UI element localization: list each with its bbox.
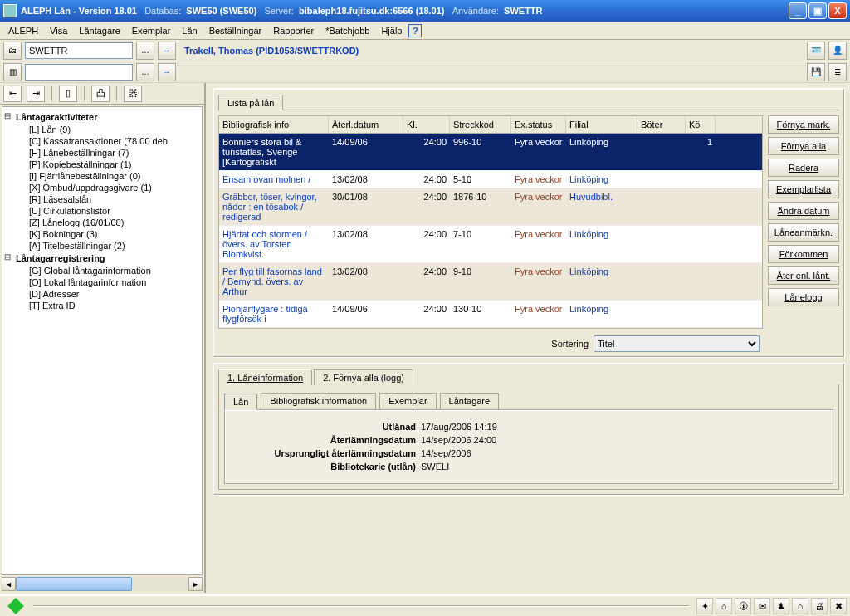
action-button[interactable]: Förnya mark. — [768, 115, 839, 134]
sort-label: Sortering — [551, 339, 589, 349]
tree-registration[interactable]: Låntagarregistrering — [4, 252, 200, 265]
save-icon[interactable]: 💾 — [807, 63, 825, 81]
action-button[interactable]: Radera — [768, 159, 839, 177]
table-row[interactable]: Pionjärflygare : tidiga flygförsök i14/0… — [219, 301, 762, 328]
menu-rapporter[interactable]: Rapporter — [268, 24, 319, 37]
info-tab-lantagare[interactable]: Låntagare — [440, 393, 500, 409]
menu-lantagare[interactable]: Låntagare — [74, 24, 125, 37]
item-icon[interactable]: ▥ — [3, 63, 22, 81]
menu-aleph[interactable]: ALEPH — [3, 24, 43, 37]
status-bar: ✦ ⌂ 🛈 ✉ ♟ ⌂ 🖨 ✖ — [0, 594, 850, 616]
tree-item[interactable]: [Z] Lånelogg (16/01/08) — [4, 217, 200, 228]
tree-item[interactable]: [C] Kassatransaktioner (78.00 deb — [4, 135, 200, 147]
sb-icon-5[interactable]: ♟ — [773, 598, 789, 614]
tool-profile-icon[interactable]: 👤 — [828, 42, 847, 60]
nav-tree[interactable]: Låntagaraktiviteter [L] Lån (9)[C] Kassa… — [2, 106, 203, 575]
sort-select[interactable]: Titel — [594, 335, 760, 352]
action-button[interactable]: Lånelogg — [768, 288, 839, 306]
details-panel: 1. Låneinformation 2. Förnya alla (logg)… — [212, 363, 845, 496]
tree-item[interactable]: [U] Cirkulationslistor — [4, 205, 200, 217]
loan-grid[interactable]: Bibliografisk infoÅterl.datumKl. Streckk… — [218, 115, 763, 329]
action-button[interactable]: Ändra datum — [768, 202, 839, 220]
title-text: ALEPH Lån - Version 18.01 Databas: SWE50… — [21, 6, 789, 16]
grid-header: Bibliografisk infoÅterl.datumKl. Streckk… — [219, 116, 762, 134]
tab-renew-log[interactable]: 2. Förnya alla (logg) — [314, 369, 413, 385]
info-tab-exemplar[interactable]: Exemplar — [379, 393, 436, 409]
nav-tab-2[interactable]: ⇥ — [27, 86, 45, 102]
menu-hjalp[interactable]: Hjälp — [376, 24, 407, 37]
nav-tab-3[interactable]: ▯ — [59, 86, 77, 102]
item-input[interactable] — [25, 64, 133, 81]
menu-lan[interactable]: Lån — [177, 24, 202, 37]
item-lookup-button[interactable]: … — [136, 63, 154, 81]
tree-item[interactable]: [O] Lokal låntagarinformation — [4, 276, 200, 288]
app-icon — [3, 4, 17, 17]
minimize-button[interactable]: _ — [789, 2, 807, 19]
action-button[interactable]: Förkommen — [768, 245, 839, 263]
action-button[interactable]: Åter enl. lånt. — [768, 266, 839, 285]
table-row[interactable]: Hjärtat och stormen / övers. av Torsten … — [219, 226, 762, 263]
tree-item[interactable]: [H] Lånebeställningar (7) — [4, 147, 200, 159]
tree-item[interactable]: [R] Läsesalslån — [4, 193, 200, 205]
close-button[interactable]: X — [828, 2, 847, 19]
nav-tab-4[interactable]: 凸 — [91, 86, 110, 102]
item-go-button[interactable]: → — [158, 63, 176, 81]
info-tab-lan[interactable]: Lån — [224, 394, 257, 410]
list-icon[interactable]: ≣ — [828, 63, 847, 81]
tree-item[interactable]: [T] Extra ID — [4, 300, 200, 311]
tab-loan-info[interactable]: 1. Låneinformation — [218, 369, 312, 385]
help-icon[interactable]: ? — [408, 24, 422, 37]
action-button[interactable]: Låneanmärkn. — [768, 223, 839, 242]
menu-bar: ALEPH Visa Låntagare Exemplar Lån Bestäl… — [0, 22, 850, 40]
sb-icon-7[interactable]: 🖨 — [811, 598, 828, 614]
nav-tabs: ⇤ ⇥ ▯ 凸 器 — [0, 83, 204, 105]
go-button[interactable]: → — [158, 42, 176, 60]
tree-item[interactable]: [G] Global låntagarinformation — [4, 265, 200, 276]
table-row[interactable]: Ensam ovan molnen /13/02/0824:005-10Fyra… — [219, 171, 762, 188]
loan-list-panel: Lista på lån Bibliografisk infoÅterl.dat… — [212, 88, 845, 358]
tree-item[interactable]: [P] Kopiebeställningar (1) — [4, 159, 200, 170]
table-row[interactable]: Gräbbor, töser, kvingor, nådor : en tösa… — [219, 188, 762, 226]
nav-tab-5[interactable]: 器 — [124, 86, 142, 102]
window-titlebar: ALEPH Lån - Version 18.01 Databas: SWE50… — [0, 0, 850, 22]
table-row[interactable]: Bonniers stora bil & turistatlas, Sverig… — [219, 134, 762, 171]
sb-icon-8[interactable]: ✖ — [830, 598, 847, 614]
lookup-button[interactable]: … — [136, 42, 154, 60]
tab-loan-list[interactable]: Lista på lån — [218, 95, 283, 110]
patron-name: Trakell, Thomas (PID1053/SWETTRKOD) — [179, 46, 359, 56]
tree-activities[interactable]: Låntagaraktiviteter — [4, 110, 200, 124]
sb-icon-1[interactable]: ✦ — [696, 598, 713, 614]
action-button[interactable]: Exemplarlista — [768, 180, 839, 198]
nav-tab-1[interactable]: ⇤ — [3, 86, 22, 102]
sb-icon-2[interactable]: ⌂ — [716, 598, 732, 614]
menu-bestallningar[interactable]: Beställningar — [204, 24, 267, 37]
info-content: Utlånad17/aug/2006 14:19 Återlämningsdat… — [224, 409, 833, 484]
status-indicator-icon — [7, 598, 24, 614]
nav-pane: ⇤ ⇥ ▯ 凸 器 Låntagaraktiviteter [L] Lån (9… — [0, 83, 206, 593]
action-button[interactable]: Förnya alla — [768, 137, 839, 155]
menu-batchjobb[interactable]: *Batchjobb — [320, 24, 374, 37]
maximize-button[interactable]: ▣ — [808, 2, 827, 19]
tree-item[interactable]: [D] Adresser — [4, 288, 200, 300]
tool-card-icon[interactable]: 🪪 — [807, 42, 825, 60]
tree-item[interactable]: [X] Ombud/uppdragsgivare (1) — [4, 182, 200, 193]
info-tab-biblio[interactable]: Bibliografisk information — [261, 393, 376, 409]
action-buttons: Förnya mark.Förnya allaRaderaExemplarlis… — [768, 115, 839, 329]
sb-icon-4[interactable]: ✉ — [754, 598, 770, 614]
table-row[interactable]: Per flyg till fasornas land / Bemynd. öv… — [219, 263, 762, 301]
toolbars: 🗂 … → Trakell, Thomas (PID1053/SWETTRKOD… — [0, 40, 850, 84]
sb-icon-6[interactable]: ⌂ — [792, 598, 808, 614]
tree-item[interactable]: [I] Fjärrlånebeställningar (0) — [4, 170, 200, 182]
sb-icon-3[interactable]: 🛈 — [735, 598, 751, 614]
tree-hscroll[interactable]: ◄► — [2, 577, 203, 591]
patron-code-input[interactable] — [25, 42, 133, 59]
tree-item[interactable]: [L] Lån (9) — [4, 124, 200, 135]
menu-exemplar[interactable]: Exemplar — [127, 24, 175, 37]
tree-item[interactable]: [K] Bokningar (3) — [4, 228, 200, 240]
tree-item[interactable]: [A] Titelbeställningar (2) — [4, 240, 200, 252]
patron-icon[interactable]: 🗂 — [3, 42, 22, 60]
menu-visa[interactable]: Visa — [45, 24, 72, 37]
